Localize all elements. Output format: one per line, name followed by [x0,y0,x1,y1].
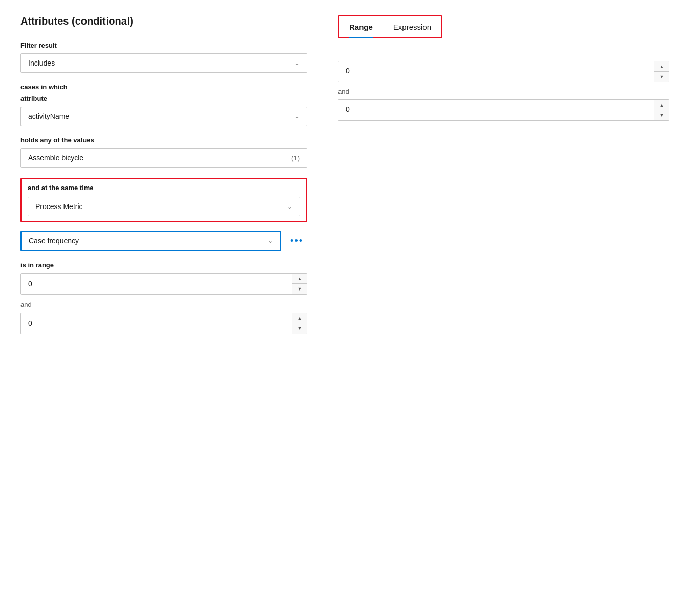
right-and-label: and [338,88,669,95]
and-at-same-time-label: and at the same time [28,184,300,192]
case-frequency-dropdown[interactable]: Case frequency ⌄ [20,231,281,251]
right-value2-up-button[interactable]: ▲ [654,100,669,110]
case-frequency-value: Case frequency [29,237,79,245]
right-value2-spinner: ▲ ▼ [654,100,669,120]
filter-result-chevron-icon: ⌄ [294,59,300,67]
holds-any-values-label: holds any of the values [20,136,307,144]
holds-any-values-value: Assemble bicycle [28,154,83,162]
process-metric-value: Process Metric [35,202,83,211]
tab-expression[interactable]: Expression [383,18,441,35]
right-range-section: 0 ▲ ▼ and 0 ▲ ▼ [338,61,669,121]
holds-any-values-count: (1) [291,154,300,162]
range-value1-input: ▲ ▼ [20,273,307,295]
ellipsis-button[interactable]: ••• [286,234,307,248]
filter-result-value: Includes [28,59,55,67]
page-title: Attributes (conditional) [20,15,307,27]
right-value1-spinner: ▲ ▼ [654,61,669,82]
ellipsis-icon: ••• [290,236,303,246]
tab-expression-label: Expression [393,23,431,31]
range-value2-spinner: ▲ ▼ [292,313,307,334]
holds-any-values-display: Assemble bicycle (1) [20,148,307,168]
process-metric-dropdown[interactable]: Process Metric ⌄ [28,197,300,216]
attribute-value: activityName [28,112,69,120]
right-value1-input: 0 ▲ ▼ [338,61,669,82]
cases-in-which-label: cases in which [20,83,307,91]
attribute-dropdown[interactable]: activityName ⌄ [20,107,307,126]
attribute-chevron-icon: ⌄ [294,113,300,120]
right-value2-down-button[interactable]: ▼ [654,110,669,120]
range-value1-spinner: ▲ ▼ [292,274,307,294]
and-at-same-time-section: and at the same time Process Metric ⌄ [20,178,307,222]
tab-range[interactable]: Range [339,18,383,35]
case-frequency-row: Case frequency ⌄ ••• [20,231,307,251]
filter-result-label: Filter result [20,42,307,49]
range-value1-down-button[interactable]: ▼ [292,284,307,294]
is-in-range-label: is in range [20,261,307,269]
tab-bar: Range Expression [338,15,442,38]
right-value1-down-button[interactable]: ▼ [654,72,669,82]
right-panel: Range Expression 0 ▲ ▼ and 0 ▲ ▼ [317,15,690,586]
tab-range-label: Range [349,23,373,31]
right-value2-display: 0 [338,100,654,120]
case-frequency-chevron-icon: ⌄ [268,237,273,244]
left-panel: Attributes (conditional) Filter result I… [10,15,317,586]
range-value2-up-button[interactable]: ▲ [292,313,307,323]
filter-result-dropdown[interactable]: Includes ⌄ [20,53,307,73]
right-value1-display: 0 [338,61,654,82]
attribute-label: attribute [20,95,307,102]
range-value2-down-button[interactable]: ▼ [292,323,307,334]
range-value1-field[interactable] [21,274,292,294]
range-value2-input: ▲ ▼ [20,313,307,334]
right-value1-up-button[interactable]: ▲ [654,61,669,72]
range-value1-up-button[interactable]: ▲ [292,274,307,284]
right-value2-input: 0 ▲ ▼ [338,99,669,121]
and-separator-label: and [20,301,307,308]
range-value2-field[interactable] [21,313,292,334]
process-metric-chevron-icon: ⌄ [287,203,292,210]
